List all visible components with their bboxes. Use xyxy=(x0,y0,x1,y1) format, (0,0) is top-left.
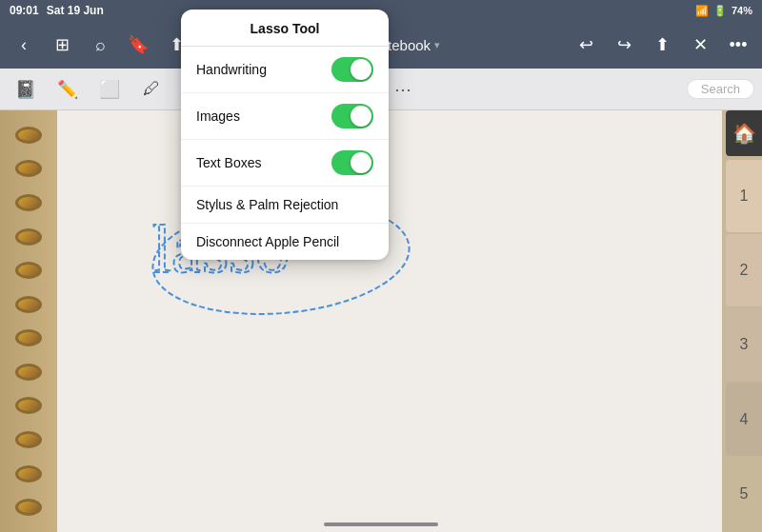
popup-item-stylus[interactable]: Stylus & Palm Rejection xyxy=(181,187,389,224)
popup-item-handwriting[interactable]: Handwriting xyxy=(181,47,389,93)
spiral-column xyxy=(0,110,57,532)
lasso-tool-popup[interactable]: Lasso Tool Handwriting Images Text Boxes… xyxy=(181,10,389,260)
tab-1[interactable]: 1 xyxy=(726,160,762,232)
handwriting-label: Handwriting xyxy=(196,62,267,77)
spiral-ring xyxy=(15,329,42,346)
title-chevron[interactable]: ▾ xyxy=(434,39,440,51)
battery-percent: 74% xyxy=(732,5,752,16)
eraser-tool[interactable]: ⬜ xyxy=(91,71,128,108)
redo-button[interactable]: ↪ xyxy=(608,29,640,61)
status-left: 09:01 Sat 19 Jun xyxy=(10,4,104,17)
tab-4[interactable]: 4 xyxy=(726,383,762,455)
pencil-tool[interactable]: ✏️ xyxy=(50,71,86,108)
spiral-ring xyxy=(15,431,42,448)
search-button[interactable]: ⌕ xyxy=(84,29,116,61)
spiral-ring xyxy=(15,127,42,144)
export-button[interactable]: ⬆ xyxy=(646,29,678,61)
spiral-ring xyxy=(15,364,42,381)
handwriting-toggle[interactable] xyxy=(331,57,373,82)
grid-button[interactable]: ⊞ xyxy=(46,29,78,61)
close-button[interactable]: ✕ xyxy=(684,29,716,61)
tab-3[interactable]: 3 xyxy=(726,308,762,381)
spiral-ring xyxy=(15,194,42,211)
popup-item-textboxes[interactable]: Text Boxes xyxy=(181,140,389,187)
toolbar-left: ‹ ⊞ ⌕ 🔖 ⬆ xyxy=(8,29,192,61)
undo-button[interactable]: ↩ xyxy=(570,29,602,61)
tab-5[interactable]: 5 xyxy=(726,458,762,530)
textboxes-label: Text Boxes xyxy=(196,155,261,170)
home-icon: 🏠 xyxy=(732,122,756,145)
back-button[interactable]: ‹ xyxy=(8,29,40,61)
wifi-icon: 📶 xyxy=(695,5,709,17)
home-tab[interactable]: 🏠 xyxy=(726,110,762,156)
popup-item-disconnect[interactable]: Disconnect Apple Pencil xyxy=(181,224,389,260)
images-toggle[interactable] xyxy=(331,104,373,128)
date: Sat 19 Jun xyxy=(47,4,104,17)
more-draw-tool[interactable]: ⋯ xyxy=(385,71,421,108)
tab-2[interactable]: 2 xyxy=(726,234,762,306)
spiral-ring xyxy=(15,397,42,414)
stylus-label: Stylus & Palm Rejection xyxy=(196,197,338,212)
spiral-ring xyxy=(15,262,42,279)
textboxes-toggle[interactable] xyxy=(331,150,373,175)
popup-item-images[interactable]: Images xyxy=(181,93,389,140)
tab-column: 🏠 1 2 3 4 5 xyxy=(722,110,762,532)
draw-toolbar-right: Search xyxy=(687,79,754,99)
time: 09:01 xyxy=(10,4,39,17)
popup-title: Lasso Tool xyxy=(181,10,389,47)
status-right: 📶 🔋 74% xyxy=(695,5,752,17)
spiral-ring xyxy=(15,465,42,483)
more-button[interactable]: ••• xyxy=(722,29,754,61)
toolbar-right: ↩ ↪ ⬆ ✕ ••• xyxy=(570,29,754,61)
spiral-ring xyxy=(15,499,42,516)
page-area: lasso xyxy=(57,110,722,532)
battery-icon: 🔋 xyxy=(713,5,727,17)
spiral-ring xyxy=(15,160,42,177)
notebook-tool[interactable]: 📓 xyxy=(8,71,44,108)
spiral-ring xyxy=(15,228,42,246)
bookmark-button[interactable]: 🔖 xyxy=(122,29,154,61)
disconnect-label: Disconnect Apple Pencil xyxy=(196,234,339,249)
search-pill[interactable]: Search xyxy=(687,79,754,99)
highlighter-tool[interactable]: 🖊 xyxy=(133,71,170,108)
home-indicator xyxy=(324,522,438,526)
images-label: Images xyxy=(196,108,240,124)
spiral-ring xyxy=(15,296,42,313)
